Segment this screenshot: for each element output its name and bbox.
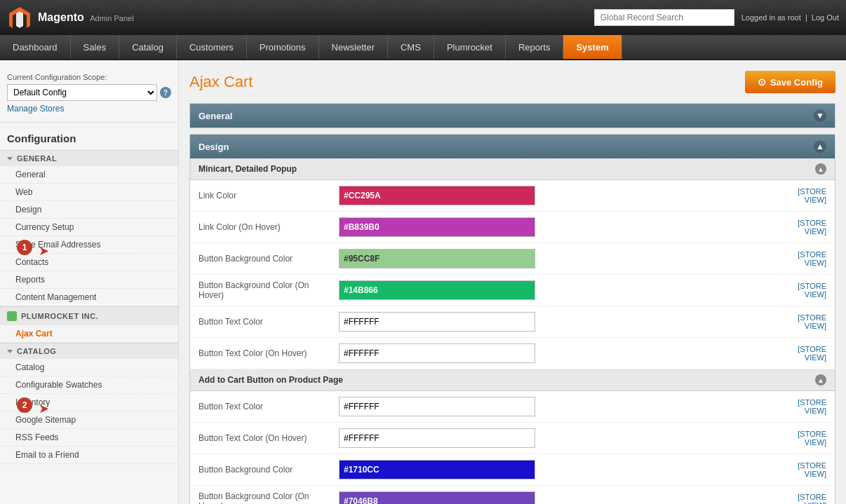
- header-user: Logged in as root | Log Out: [741, 13, 839, 22]
- atc-btn-hover-bg-color-swatch[interactable]: #7046B8: [339, 491, 535, 504]
- design-toggle-btn[interactable]: ▲: [814, 140, 826, 153]
- link-hover-color-swatch[interactable]: #B839B0: [339, 217, 535, 237]
- sidebar-item-catalog[interactable]: Catalog: [0, 359, 178, 376]
- catalog-section-label: CATALOG: [17, 347, 56, 355]
- nav-system[interactable]: System: [563, 35, 622, 59]
- sidebar-item-rss-feeds[interactable]: RSS Feeds: [0, 429, 178, 447]
- general-arrow-icon: [7, 157, 13, 161]
- nav-promotions[interactable]: Promotions: [247, 35, 319, 59]
- nav-dashboard[interactable]: Dashboard: [0, 35, 71, 59]
- add-to-cart-subsection-header[interactable]: Add to Cart Button on Product Page ▲: [190, 369, 835, 391]
- field-label: Button Background Color (OnHover): [190, 486, 330, 505]
- sidebar-item-web[interactable]: Web: [0, 184, 178, 201]
- general-toggle-btn[interactable]: ▼: [814, 109, 826, 122]
- table-row: Button Text Color [STORE VIEW]: [190, 306, 835, 338]
- minicart-subsection-title: Minicart, Detailed Popup: [199, 164, 297, 174]
- add-to-cart-config-table: Button Text Color [STORE VIEW] Button Te…: [190, 391, 835, 504]
- sidebar-item-google-sitemap[interactable]: Google Sitemap: [0, 411, 178, 429]
- btn-text-color-input[interactable]: [339, 312, 535, 332]
- scope-label: Current Configuration Scope:: [7, 73, 171, 81]
- table-row: Button Background Color #95CC8F [STORE V…: [190, 243, 835, 275]
- minicart-toggle-btn[interactable]: ▲: [815, 163, 826, 175]
- field-scope[interactable]: [STORE VIEW]: [772, 423, 835, 454]
- field-scope[interactable]: [STORE VIEW]: [772, 212, 835, 243]
- nav-reports[interactable]: Reports: [506, 35, 564, 59]
- design-section-panel: Design ▲ Minicart, Detailed Popup ▲ Link…: [189, 134, 835, 504]
- field-label: Button Background Color: [190, 243, 330, 275]
- header-right: Logged in as root | Log Out: [594, 9, 839, 26]
- field-scope[interactable]: [STORE VIEW]: [772, 486, 835, 505]
- nav-plumrocket[interactable]: Plumrocket: [434, 35, 506, 59]
- scope-select[interactable]: Default Config: [7, 84, 157, 101]
- nav-catalog[interactable]: Catalog: [119, 35, 177, 59]
- sidebar: Current Configuration Scope: Default Con…: [0, 60, 179, 504]
- general-section-panel: General ▼: [189, 103, 835, 128]
- atc-btn-text-hover-color-input[interactable]: [339, 428, 535, 448]
- minicart-config-table: Link Color #CC295A [STORE VIEW] Link Col…: [190, 180, 835, 369]
- magento-logo-icon: [7, 5, 32, 30]
- design-panel-header[interactable]: Design ▲: [190, 135, 835, 158]
- field-label: Button Background Color: [190, 454, 330, 486]
- save-config-button[interactable]: ⊙ Save Config: [745, 71, 835, 93]
- field-scope[interactable]: [STORE VIEW]: [772, 391, 835, 423]
- general-panel-header[interactable]: General ▼: [190, 104, 835, 128]
- sidebar-item-contacts[interactable]: Contacts: [0, 254, 178, 271]
- annotation-arrow-1: ➤: [39, 243, 49, 259]
- plumrocket-icon: [7, 311, 17, 321]
- nav-sales[interactable]: Sales: [71, 35, 120, 59]
- annotation-arrow-2: ➤: [39, 401, 49, 416]
- plumrocket-section-header[interactable]: PLUMROCKET INC.: [0, 306, 178, 325]
- general-section-label: GENERAL: [17, 154, 57, 163]
- field-scope[interactable]: [STORE VIEW]: [772, 338, 835, 369]
- table-row: Button Background Color (OnHover) #14B86…: [190, 275, 835, 306]
- sidebar-catalog-header[interactable]: CATALOG: [0, 343, 178, 359]
- btn-text-hover-color-input[interactable]: [339, 343, 535, 363]
- table-row: Button Background Color (OnHover) #7046B…: [190, 486, 835, 505]
- field-scope[interactable]: [STORE VIEW]: [772, 454, 835, 486]
- link-color-swatch[interactable]: #CC295A: [339, 186, 535, 205]
- svg-marker-1: [16, 11, 23, 28]
- sidebar-general-header[interactable]: GENERAL: [0, 150, 178, 166]
- logout-link[interactable]: Log Out: [812, 13, 839, 22]
- field-label: Button Text Color (On Hover): [190, 423, 330, 454]
- btn-hover-bg-color-swatch[interactable]: #14B866: [339, 280, 535, 300]
- sidebar-item-reports[interactable]: Reports: [0, 271, 178, 289]
- btn-bg-color-swatch[interactable]: #95CC8F: [339, 249, 535, 268]
- manage-stores-link[interactable]: Manage Stores: [7, 104, 171, 114]
- field-scope[interactable]: [STORE VIEW]: [772, 180, 835, 212]
- header: Magento Admin Panel Logged in as root | …: [0, 0, 846, 35]
- table-row: Button Text Color (On Hover) [STORE VIEW…: [190, 338, 835, 369]
- field-label: Button Background Color (OnHover): [190, 275, 330, 306]
- layout: Current Configuration Scope: Default Con…: [0, 60, 846, 504]
- sidebar-item-email-to-friend[interactable]: Email to a Friend: [0, 447, 178, 464]
- sidebar-item-configurable-swatches[interactable]: Configurable Swatches: [0, 376, 178, 394]
- minicart-subsection-header[interactable]: Minicart, Detailed Popup ▲: [190, 158, 835, 180]
- field-scope[interactable]: [STORE VIEW]: [772, 243, 835, 275]
- field-label: Button Text Color (On Hover): [190, 338, 330, 369]
- main-nav: Dashboard Sales Catalog Customers Promot…: [0, 35, 846, 60]
- atc-btn-text-color-input[interactable]: [339, 397, 535, 416]
- add-to-cart-toggle-btn[interactable]: ▲: [815, 374, 826, 386]
- sidebar-item-design[interactable]: Design: [0, 201, 178, 219]
- add-to-cart-subsection-title: Add to Cart Button on Product Page: [199, 375, 343, 385]
- atc-btn-bg-color-swatch[interactable]: #1710CC: [339, 460, 535, 479]
- field-label: Link Color (On Hover): [190, 212, 330, 243]
- design-panel-title: Design: [199, 142, 229, 152]
- sidebar-item-general[interactable]: General: [0, 166, 178, 184]
- nav-customers[interactable]: Customers: [177, 35, 247, 59]
- catalog-arrow-icon: [7, 350, 13, 353]
- search-input[interactable]: [594, 9, 734, 26]
- nav-newsletter[interactable]: Newsletter: [319, 35, 388, 59]
- sidebar-item-currency-setup[interactable]: Currency Setup: [0, 219, 178, 236]
- logo-area: Magento Admin Panel: [7, 5, 594, 30]
- sidebar-item-ajax-cart[interactable]: Ajax Cart: [0, 325, 178, 343]
- table-row: Link Color #CC295A [STORE VIEW]: [190, 180, 835, 212]
- nav-cms[interactable]: CMS: [388, 35, 434, 59]
- field-label: Button Text Color: [190, 306, 330, 338]
- sidebar-item-content-management[interactable]: Content Management: [0, 289, 178, 306]
- field-scope[interactable]: [STORE VIEW]: [772, 306, 835, 338]
- field-scope[interactable]: [STORE VIEW]: [772, 275, 835, 306]
- scope-help-icon[interactable]: ?: [160, 87, 171, 98]
- table-row: Button Text Color [STORE VIEW]: [190, 391, 835, 423]
- logo-name: Magento Admin Panel: [38, 11, 134, 24]
